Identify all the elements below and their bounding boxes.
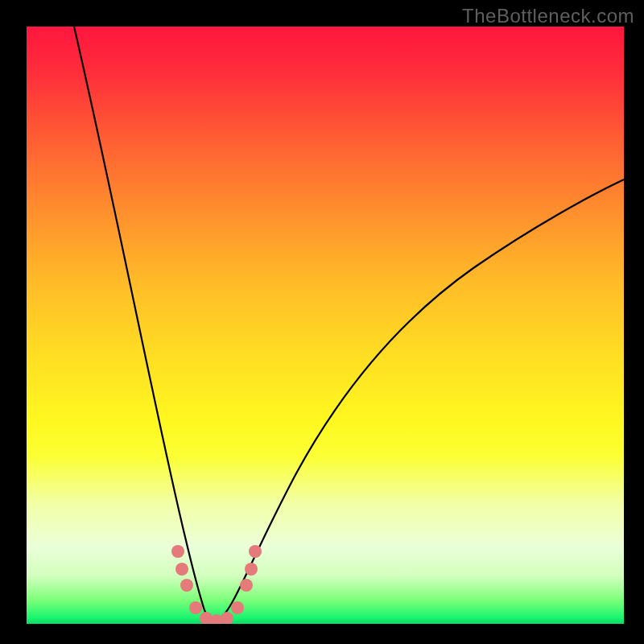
curve-layer [27,27,624,624]
plot-area [27,27,624,624]
marker-dot [175,563,188,576]
curve-right-branch [214,180,624,621]
marker-dot [249,545,262,558]
marker-dot [240,579,253,592]
chart-frame: TheBottleneck.com [0,0,644,644]
marker-dot [221,612,233,624]
marker-group [171,545,262,624]
marker-dot [171,545,184,558]
marker-dot [245,563,258,576]
marker-dot [231,601,244,614]
watermark-text: TheBottleneck.com [462,5,634,27]
marker-dot [180,579,193,592]
marker-dot [189,601,202,614]
curve-left-branch [74,27,214,621]
